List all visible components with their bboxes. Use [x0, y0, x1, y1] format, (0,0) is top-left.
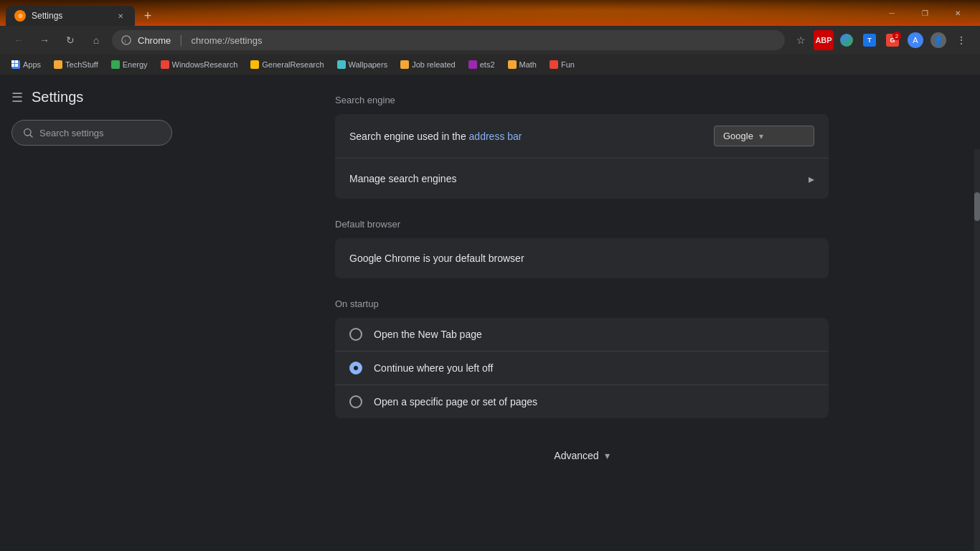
- bookmark-jobreleated[interactable]: Job releated: [395, 57, 461, 72]
- search-settings-icon: [22, 127, 34, 138]
- address-bar[interactable]: i Chrome | chrome://settings: [112, 30, 785, 50]
- bookmark-apps-label: Apps: [23, 60, 41, 69]
- bookmark-generalresearch-label: GeneralResearch: [262, 60, 324, 69]
- menu-icon[interactable]: ⋮: [951, 30, 971, 50]
- svg-rect-3: [15, 60, 18, 63]
- extension-icon-1[interactable]: [837, 30, 857, 50]
- new-tab-button[interactable]: +: [138, 6, 158, 26]
- svg-text:i: i: [124, 39, 126, 44]
- startup-option-specific[interactable]: Open a specific page or set of pages: [335, 385, 829, 418]
- nav-bar: ← → ↻ ⌂ i Chrome | chrome://settings ☆ A…: [0, 26, 980, 55]
- scrollbar-thumb[interactable]: [974, 192, 980, 221]
- apps-favicon: [11, 60, 20, 69]
- bookmark-fun-label: Fun: [561, 60, 575, 69]
- bookmark-wallpapers[interactable]: Wallpapers: [331, 57, 394, 72]
- bookmark-energy[interactable]: Energy: [105, 57, 154, 72]
- svg-rect-2: [11, 60, 14, 63]
- scrollbar-track: [974, 149, 980, 551]
- settings-main: Search engine Search engine used in the …: [184, 75, 980, 551]
- search-engine-card: Search engine used in the address bar Go…: [335, 114, 829, 199]
- extension-icon-2[interactable]: T: [859, 30, 880, 50]
- wallpapers-favicon: [337, 60, 346, 69]
- toolbar-icons: ☆ ABP T G 2 A 👤 ⋮: [791, 30, 971, 50]
- math-favicon: [508, 60, 517, 69]
- extension-icon-3[interactable]: G 2: [882, 30, 903, 50]
- address-url: chrome://settings: [191, 35, 262, 46]
- search-settings-input[interactable]: [39, 128, 161, 138]
- bookmark-fun[interactable]: Fun: [544, 57, 580, 72]
- generalresearch-favicon: [250, 60, 259, 69]
- extension-abp-icon[interactable]: ABP: [814, 30, 834, 50]
- lock-icon: i: [121, 34, 132, 46]
- startup-specific-label: Open a specific page or set of pages: [374, 396, 537, 408]
- bookmark-techstuff[interactable]: TechStuff: [48, 57, 104, 72]
- svg-line-7: [30, 135, 32, 137]
- default-browser-status: Google Chrome is your default browser: [349, 253, 814, 264]
- sidebar-menu-icon[interactable]: ☰: [11, 90, 23, 105]
- radio-continue[interactable]: [349, 362, 362, 375]
- svg-rect-4: [11, 64, 14, 67]
- advanced-label: Advanced: [554, 450, 598, 461]
- address-brand: Chrome: [138, 35, 171, 46]
- energy-favicon: [111, 60, 120, 69]
- on-startup-card: Open the New Tab page Continue where you…: [335, 318, 829, 418]
- radio-newtab[interactable]: [349, 328, 362, 341]
- reload-button[interactable]: ↻: [60, 30, 80, 50]
- bookmark-math-label: Math: [519, 60, 537, 69]
- tab-title: Settings: [32, 11, 109, 21]
- bookmark-windowsresearch[interactable]: WindowsResearch: [155, 57, 244, 72]
- settings-header: ☰ Settings: [0, 80, 184, 114]
- manage-search-engines-row[interactable]: Manage search engines ▸: [335, 159, 829, 199]
- startup-option-continue[interactable]: Continue where you left off: [335, 352, 829, 385]
- maximize-button[interactable]: ❐: [908, 3, 941, 23]
- home-button[interactable]: ⌂: [86, 30, 106, 50]
- search-engine-value: Google: [723, 131, 753, 141]
- forward-button[interactable]: →: [34, 30, 55, 50]
- bookmarks-bar: Apps TechStuff Energy WindowsResearch Ge…: [0, 55, 980, 75]
- bookmark-techstuff-label: TechStuff: [65, 60, 98, 69]
- manage-search-engines-text: Manage search engines: [349, 173, 809, 184]
- minimize-button[interactable]: ─: [875, 3, 908, 23]
- tab-favicon: ⚙: [14, 10, 26, 22]
- bookmark-ets2[interactable]: ets2: [463, 57, 501, 72]
- ets2-favicon: [468, 60, 477, 69]
- search-engine-section-title: Search engine: [335, 92, 829, 108]
- bookmark-wallpapers-label: Wallpapers: [349, 60, 388, 69]
- fun-favicon: [550, 60, 558, 69]
- advanced-row[interactable]: Advanced ▾: [335, 435, 829, 476]
- startup-continue-label: Continue where you left off: [374, 362, 493, 374]
- default-browser-card: Google Chrome is your default browser: [335, 238, 829, 278]
- bookmark-apps[interactable]: Apps: [6, 57, 47, 72]
- bookmark-ets2-label: ets2: [480, 60, 495, 69]
- active-tab[interactable]: ⚙ Settings ✕: [6, 6, 135, 26]
- tab-close-button[interactable]: ✕: [115, 10, 126, 22]
- radio-specific[interactable]: [349, 395, 362, 408]
- address-bar-search-row: Search engine used in the address bar Go…: [335, 114, 829, 159]
- bookmark-star-icon[interactable]: ☆: [791, 30, 811, 50]
- settings-page: ☰ Settings Search engine Search e: [0, 75, 980, 551]
- bookmark-generalresearch[interactable]: GeneralResearch: [245, 57, 329, 72]
- search-engine-dropdown[interactable]: Google ▾: [714, 126, 814, 146]
- settings-sidebar: ☰ Settings: [0, 75, 184, 551]
- svg-rect-5: [15, 64, 18, 67]
- title-bar: ⚙ Settings ✕ + ─ ❐ ✕: [0, 0, 980, 26]
- search-settings-bar[interactable]: [11, 120, 172, 146]
- settings-page-title: Settings: [32, 89, 83, 105]
- default-browser-row: Google Chrome is your default browser: [335, 238, 829, 278]
- default-browser-section-title: Default browser: [335, 216, 829, 232]
- manage-search-engines-arrow-icon: ▸: [809, 172, 814, 186]
- tab-bar: ⚙ Settings ✕ +: [6, 6, 875, 26]
- startup-newtab-label: Open the New Tab page: [374, 329, 482, 340]
- bookmark-windowsresearch-label: WindowsResearch: [172, 60, 238, 69]
- bookmark-math[interactable]: Math: [502, 57, 542, 72]
- address-bar-link[interactable]: address bar: [469, 131, 522, 142]
- techstuff-favicon: [54, 60, 62, 69]
- search-engine-dropdown-action: Google ▾: [714, 126, 814, 146]
- back-button[interactable]: ←: [9, 30, 29, 50]
- account-icon[interactable]: A: [905, 30, 925, 50]
- startup-option-newtab[interactable]: Open the New Tab page: [335, 318, 829, 352]
- advanced-chevron-icon: ▾: [605, 450, 610, 461]
- windowsresearch-favicon: [161, 60, 169, 69]
- profile-icon[interactable]: 👤: [928, 30, 948, 50]
- close-button[interactable]: ✕: [941, 3, 974, 23]
